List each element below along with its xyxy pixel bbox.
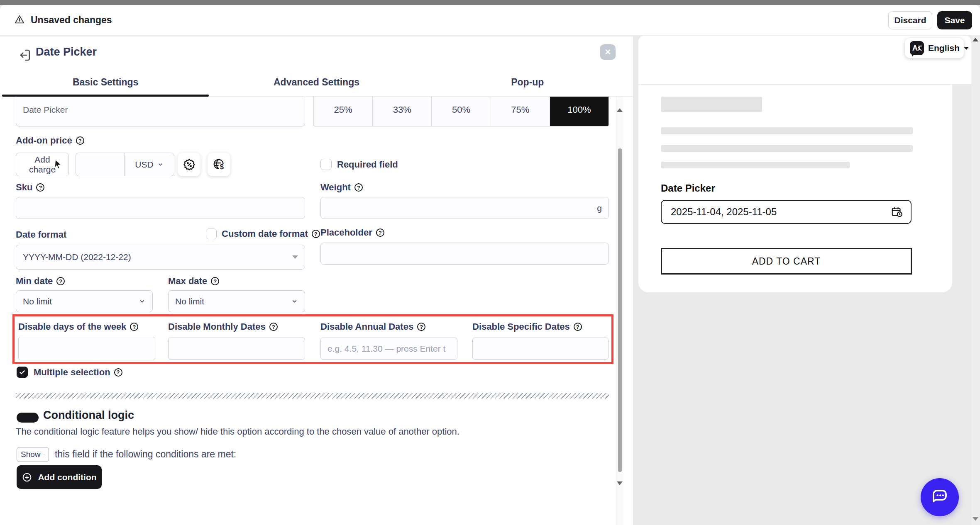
required-field-row: Required field [320, 159, 398, 170]
custom-date-format-help-icon[interactable]: ? [312, 230, 320, 238]
max-date-select[interactable]: No limit [168, 290, 305, 312]
chat-bubble-icon [930, 487, 950, 507]
skeleton-line [661, 162, 850, 168]
discount-badge-button[interactable] [178, 153, 200, 176]
disable-specific-label: Disable Specific Dates ? [472, 321, 582, 332]
settings-tabs: Basic Settings Advanced Settings Pop-up [0, 68, 633, 97]
unsaved-changes-label: Unsaved changes [31, 15, 112, 26]
visibility-select[interactable]: Show [17, 447, 49, 462]
width-selector: 25% 33% 50% 75% 100% [313, 97, 609, 126]
disable-monthly-input[interactable] [168, 338, 305, 360]
disable-annual-help-icon[interactable]: ? [417, 323, 425, 331]
scroll-down-icon[interactable] [617, 481, 623, 485]
skeleton-line [661, 127, 913, 134]
multiple-selection-row: Multiple selection ? [17, 367, 122, 378]
width-option-50[interactable]: 50% [431, 97, 490, 126]
svg-text:A: A [912, 44, 918, 52]
currency-select[interactable]: USD [125, 160, 174, 170]
calendar-clock-icon[interactable] [891, 206, 903, 218]
disable-specific-help-icon[interactable]: ? [574, 323, 582, 331]
custom-date-format-row: Custom date format ? [206, 228, 320, 239]
max-date-label: Max date ? [168, 276, 219, 287]
addon-price-help-icon[interactable]: ? [76, 136, 84, 145]
width-option-75[interactable]: 75% [491, 97, 550, 126]
conditional-logic-description: The conditional logic feature helps you … [16, 426, 459, 437]
disable-days-help-icon[interactable]: ? [130, 323, 138, 331]
tab-pop-up[interactable]: Pop-up [422, 68, 633, 96]
add-to-cart-button[interactable]: ADD TO CART [661, 248, 912, 275]
addon-price-label: Add-on price ? [16, 135, 84, 146]
required-field-label: Required field [337, 159, 398, 170]
save-button[interactable]: Save [937, 11, 972, 29]
page: Unsaved changes Discard Save Date Picker… [0, 0, 980, 525]
width-option-100[interactable]: 100% [550, 97, 609, 126]
multiple-selection-help-icon[interactable]: ? [114, 368, 122, 377]
date-format-select[interactable]: YYYY-MM-DD (2022-12-22) [16, 245, 305, 270]
chevron-down-icon [157, 161, 164, 168]
chat-launcher-button[interactable] [921, 478, 959, 516]
add-condition-button[interactable]: Add condition [17, 465, 102, 489]
page-scroll-up-icon[interactable] [973, 38, 978, 41]
badge-percent-icon [183, 158, 196, 171]
check-icon [19, 369, 26, 376]
modal-header: Date Picker ✕ [0, 36, 633, 68]
product-preview-card: Date Picker 2025-11-04, 2025-11-05 ADD T… [638, 85, 952, 292]
option-name-input[interactable] [16, 97, 305, 126]
language-selector[interactable]: A English [905, 38, 964, 58]
chevron-down-icon [139, 298, 146, 305]
price-amount-input[interactable] [76, 153, 124, 176]
sku-label: Sku ? [16, 182, 44, 193]
dropdown-arrow-icon [292, 255, 298, 259]
multi-currency-button[interactable]: $ [208, 153, 230, 176]
page-scrollbar [971, 35, 980, 525]
disable-annual-input[interactable] [320, 338, 457, 360]
chevron-down-icon [291, 298, 298, 305]
modal-title: Date Picker [36, 46, 97, 58]
discard-button[interactable]: Discard [888, 11, 932, 29]
weight-input[interactable]: g [320, 197, 609, 219]
back-icon[interactable] [18, 49, 32, 62]
sku-help-icon[interactable]: ? [36, 183, 44, 192]
placeholder-input[interactable] [320, 243, 609, 265]
disable-annual-label: Disable Annual Dates ? [320, 321, 425, 332]
tab-advanced-settings[interactable]: Advanced Settings [211, 68, 422, 96]
width-option-33[interactable]: 33% [372, 97, 431, 126]
svg-text:$: $ [220, 163, 224, 170]
scroll-up-icon[interactable] [617, 108, 623, 112]
weight-help-icon[interactable]: ? [354, 183, 363, 192]
conditional-logic-title: Conditional logic [43, 409, 134, 422]
sku-input[interactable] [16, 197, 305, 219]
settings-scroll-area: 25% 33% 50% 75% 100% Add-on price ? Add … [0, 97, 616, 525]
max-date-help-icon[interactable]: ? [211, 277, 219, 285]
date-format-label: Date format [16, 229, 66, 240]
disable-days-input[interactable] [18, 337, 155, 360]
min-date-select[interactable]: No limit [16, 290, 153, 312]
required-field-checkbox[interactable] [320, 159, 332, 170]
disable-days-label: Disable days of the week ? [18, 321, 138, 332]
caret-down-icon [964, 47, 969, 50]
min-date-help-icon[interactable]: ? [56, 277, 65, 285]
multiple-selection-checkbox[interactable] [17, 367, 28, 378]
price-input-group: USD [76, 153, 174, 176]
preview-field-label: Date Picker [661, 182, 715, 194]
skeleton-title [661, 97, 762, 112]
disable-monthly-help-icon[interactable]: ? [269, 323, 278, 331]
conditional-logic-toggle[interactable] [17, 413, 39, 423]
skeleton-line [661, 145, 913, 152]
page-scroll-down-icon[interactable] [973, 517, 978, 521]
window-top-strip [0, 0, 980, 5]
disable-specific-input[interactable] [472, 338, 609, 360]
language-label: English [928, 43, 960, 53]
tab-basic-settings[interactable]: Basic Settings [0, 68, 211, 96]
date-picker-settings-modal: Date Picker ✕ Basic Settings Advanced Se… [0, 36, 633, 525]
mouse-cursor [53, 159, 64, 170]
placeholder-help-icon[interactable]: ? [376, 228, 384, 237]
condition-suffix-text: this field if the following conditions a… [55, 449, 236, 460]
width-option-25[interactable]: 25% [314, 97, 372, 126]
close-icon[interactable]: ✕ [600, 44, 616, 60]
unsaved-changes-bar: Unsaved changes Discard Save [0, 5, 980, 35]
translate-icon: A [910, 41, 924, 55]
custom-date-format-checkbox[interactable] [206, 228, 217, 239]
modal-scrollbar-thumb[interactable] [618, 148, 622, 472]
preview-date-input[interactable]: 2025-11-04, 2025-11-05 [661, 200, 912, 224]
